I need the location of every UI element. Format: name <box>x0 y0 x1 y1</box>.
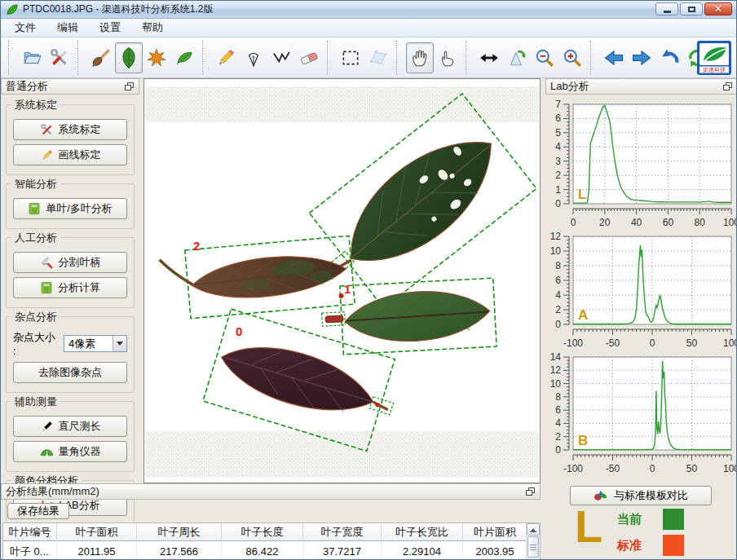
col-header[interactable]: 叶子宽度 <box>303 523 382 541</box>
menu-file[interactable]: 文件 <box>4 18 46 37</box>
toolbar-separator <box>8 41 14 75</box>
table-row[interactable]: 叶子 0... 2011.95 217.566 86.422 37.7217 2… <box>3 541 540 560</box>
svg-text:2: 2 <box>555 170 561 181</box>
hand-pan-button[interactable] <box>406 42 434 73</box>
results-panel-header: 分析结果(mm/mm2) <box>1 483 541 500</box>
table-scrollbar[interactable] <box>526 523 540 560</box>
menu-settings[interactable]: 设置 <box>89 18 131 37</box>
single-multi-leaf-analysis-button[interactable]: 单叶/多叶分析 <box>13 198 127 219</box>
button-label: 分析计算 <box>58 280 100 295</box>
autumn-leaf-icon <box>146 47 167 68</box>
compare-button-label: 与标准模板对比 <box>614 488 688 503</box>
svg-text:7: 7 <box>555 99 561 110</box>
polygon-select-button[interactable] <box>364 42 392 73</box>
lab-chart-a: 024681012-100-50050100A <box>545 230 737 349</box>
toolbar-separator <box>327 41 333 75</box>
zoom-in-button[interactable] <box>558 42 586 73</box>
line-calibration-button[interactable]: 画线标定 <box>13 144 127 165</box>
autumn-leaf-button[interactable] <box>143 42 170 73</box>
cell-leaf-width: 37.7217 <box>303 541 382 560</box>
svg-text:8: 8 <box>555 391 561 403</box>
svg-text:-50: -50 <box>606 463 620 474</box>
rotate-flip-button[interactable] <box>503 42 531 73</box>
pencil-tool-button[interactable] <box>212 42 240 73</box>
col-header[interactable]: 叶子面积 <box>57 523 137 541</box>
next-image-button[interactable] <box>628 42 655 73</box>
col-header[interactable]: 叶片编号 <box>3 523 57 541</box>
ruler-measure-button[interactable]: 直尺测长 <box>13 416 127 437</box>
split-petiole-button[interactable]: 分割叶柄 <box>13 252 127 273</box>
fit-width-button[interactable] <box>475 42 503 73</box>
analysis-sidebar: 普通分析 系统标定 系统标定 <box>1 78 139 483</box>
undo-icon <box>658 46 681 69</box>
lab-panel-title: Lab分析 <box>550 79 589 94</box>
system-tools-button[interactable] <box>46 42 73 73</box>
noise-size-label: 杂点大小 : <box>13 330 59 357</box>
col-header[interactable]: 叶片面积 <box>463 523 527 541</box>
leaf-brown <box>159 236 355 320</box>
lab-panel: Lab分析 01234567020406080100L 024681012-10… <box>545 78 737 560</box>
leaf-label-2: 2 <box>193 239 200 253</box>
menu-help[interactable]: 帮助 <box>131 18 174 37</box>
prev-image-button[interactable] <box>600 42 628 73</box>
pointing-hand-icon <box>437 47 458 68</box>
leaf-analyze-button[interactable] <box>115 42 143 73</box>
pen-tool-button[interactable] <box>240 42 267 73</box>
float-panel-icon[interactable] <box>125 82 135 91</box>
dropdown-arrow-icon[interactable] <box>113 336 126 351</box>
rect-select-button[interactable] <box>337 42 364 73</box>
undo-button[interactable] <box>655 42 683 73</box>
remove-noise-button[interactable]: 去除图像杂点 <box>13 362 127 383</box>
system-calibration-button[interactable]: 系统标定 <box>13 119 127 140</box>
col-header[interactable]: 叶子周长 <box>137 523 222 541</box>
svg-text:6: 6 <box>555 404 561 416</box>
image-viewport[interactable]: 2 1 0 <box>143 78 541 483</box>
open-file-button[interactable] <box>18 42 46 73</box>
small-leaf-button[interactable] <box>170 42 198 73</box>
svg-text:2: 2 <box>555 431 561 443</box>
noise-size-dropdown[interactable]: 4像素 <box>64 335 127 352</box>
lab-chart-l: 01234567020406080100L <box>545 98 737 228</box>
back-arrow-icon <box>602 46 625 69</box>
noise-size-value: 4像素 <box>64 337 113 351</box>
toolbar-separator <box>466 41 471 75</box>
lab-chart-b-box: 02468101214-100-50050100B <box>545 351 737 474</box>
col-header[interactable]: 叶子长度 <box>222 523 303 541</box>
brush-tool-button[interactable] <box>87 42 115 73</box>
button-label: 量角仪器 <box>59 444 101 459</box>
svg-text:3: 3 <box>555 156 561 167</box>
legend-current-swatch <box>663 509 684 530</box>
svg-text:80: 80 <box>695 217 706 228</box>
svg-text:10: 10 <box>550 245 562 257</box>
scrollbar-thumb[interactable] <box>527 536 539 558</box>
col-header[interactable]: 叶子长宽比 <box>382 523 463 541</box>
title-bar[interactable]: PTDC0018.JPG - 渠道科技叶分析系统1.2版 ✕ <box>1 1 736 19</box>
maximize-button[interactable] <box>680 2 703 15</box>
svg-text:50: 50 <box>686 463 698 474</box>
float-panel-icon[interactable] <box>526 487 536 496</box>
analysis-calc-button[interactable]: 分析计算 <box>13 277 127 298</box>
group-smart-analysis: 智能分析 单叶/多叶分析 <box>6 183 135 229</box>
group-label: 人工分析 <box>11 231 60 245</box>
svg-text:0: 0 <box>650 337 655 349</box>
svg-text:-100: -100 <box>563 337 583 349</box>
scroll-up-arrow[interactable] <box>527 523 540 536</box>
legend-standard-label: 标准 <box>617 538 642 553</box>
close-button[interactable]: ✕ <box>704 2 732 15</box>
point-hand-button[interactable] <box>434 42 461 73</box>
lasso-tool-button[interactable] <box>267 42 295 73</box>
eraser-tool-button[interactable] <box>295 42 323 73</box>
menu-edit[interactable]: 编辑 <box>46 18 89 37</box>
save-results-button[interactable]: 保存结果 <box>7 503 69 519</box>
knife-icon <box>40 256 54 270</box>
zoom-out-button[interactable] <box>531 42 558 73</box>
float-panel-icon[interactable] <box>723 82 733 91</box>
svg-text:0: 0 <box>650 463 655 474</box>
protractor-button[interactable]: 量角仪器 <box>13 441 127 462</box>
lab-chart-b: 02468101214-100-50050100B <box>545 351 737 474</box>
minimize-button[interactable] <box>655 2 678 15</box>
svg-text:12: 12 <box>550 364 562 376</box>
svg-text:14: 14 <box>550 351 562 363</box>
sidebar-panel-header: 普通分析 <box>1 78 139 95</box>
small-leaf-icon <box>174 48 194 68</box>
